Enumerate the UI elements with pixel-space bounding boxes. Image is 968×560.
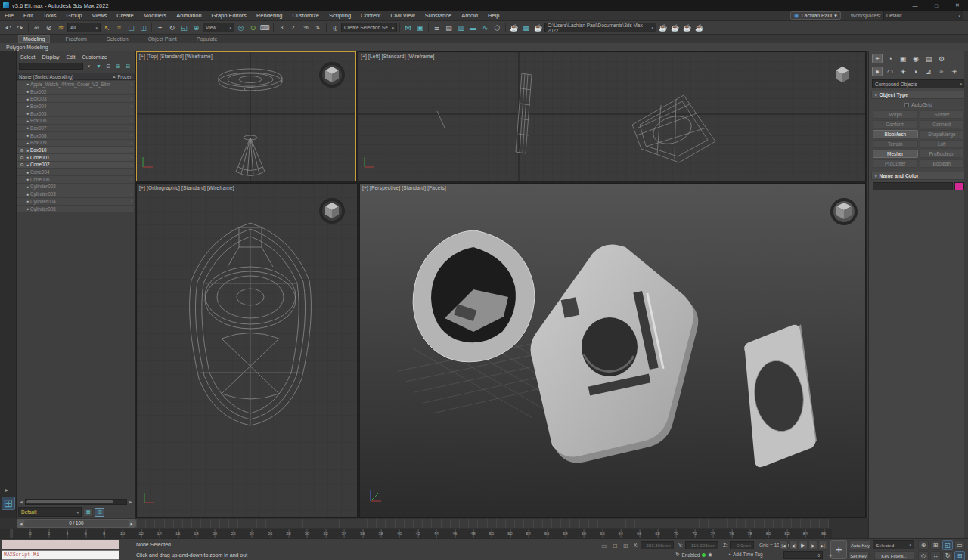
key-mode-toggle-icon[interactable]: ✦ [826,551,835,560]
morph-button[interactable]: Morph [873,110,918,119]
reference-coordinate-dropdown[interactable]: View ▾ [203,23,234,32]
workspace-dropdown[interactable]: Default ▾ [883,11,963,20]
time-slider-handle[interactable]: 0 / 100 [24,520,129,527]
use-pivot-point-icon[interactable]: ◎ [235,22,247,34]
menu-substance[interactable]: Substance [425,12,451,19]
shapes-category-icon[interactable]: ◠ [885,67,895,76]
list-item[interactable]: ●Cylinder002• [17,184,134,190]
viewport-ortho-label[interactable]: [+] [Orthographic] [Standard] [Wireframe… [139,185,234,190]
eye-icon[interactable]: ⊙ [19,162,25,167]
viewport-top[interactable]: [+] [Top] [Standard] [Wireframe] [136,51,356,181]
list-item[interactable]: ●Box008• [17,132,134,139]
viewport-left-label[interactable]: [+] [Left] [Standard] [Wireframe] [361,54,434,59]
frame-back-icon[interactable]: ◀ [17,521,24,526]
list-item[interactable]: ●Cylinder003• [17,190,134,197]
selection-lock-icon[interactable]: ⊡ [610,541,619,550]
list-item[interactable]: ●Box009• [17,140,134,147]
boolean-button[interactable]: Boolean [920,159,965,168]
x-coordinate-field[interactable]: -283.368mm [641,541,674,549]
explorer-column-header[interactable]: Name (Sorted Ascending) ▲ Frozen [17,73,135,80]
geometry-category-icon[interactable]: ● [872,67,883,76]
expand-all-icon[interactable]: ⊞ [114,62,123,70]
unlink-selection-icon[interactable]: ⊘ [43,22,54,34]
select-and-place-icon[interactable]: ⊕ [191,22,202,34]
scrollbar-thumb[interactable] [26,500,113,503]
viewport-top-canvas[interactable] [137,52,355,181]
selection-filter-dropdown[interactable]: All ▾ [67,23,101,32]
procutter-button[interactable]: ProCutter [873,159,918,168]
list-item[interactable]: ●Apple_Watch_44mm_Cover_V2_Slim• [17,81,134,88]
list-item[interactable]: ⊙●Cone002• [17,162,134,169]
orbit-icon[interactable]: ↻ [942,551,953,560]
maximize-button[interactable]: □ [926,0,947,11]
hierarchy-tab-icon[interactable]: ▣ [898,54,908,63]
align-icon[interactable]: ▣ [414,22,426,34]
viewport-ortho-canvas[interactable] [137,184,357,517]
render-in-cloud-icon[interactable]: ☕ [693,22,705,34]
tab-freeform[interactable]: Freeform [60,36,91,42]
blobmesh-button[interactable]: BlobMesh [873,130,918,138]
menu-civil-view[interactable]: Civil View [390,12,414,19]
toggle-ribbon-icon[interactable]: ▬ [467,22,479,34]
systems-category-icon[interactable]: ✳ [949,67,960,76]
schematic-view-icon[interactable]: ⬡ [492,22,503,34]
toggle-layer-explorer-icon[interactable]: ▥ [455,22,467,34]
explorer-layers-icon[interactable]: ≣ [83,508,93,517]
frozen-column-header[interactable]: Frozen [117,74,132,79]
toggle-scene-explorer-icon[interactable]: ▤ [443,22,455,34]
explorer-preset-dropdown[interactable]: Default ▾ [18,507,82,517]
helpers-category-icon[interactable]: ⊿ [923,67,934,76]
project-folder-dropdown[interactable]: C:\Users\Lachlan Paul\Documents\3ds Max … [544,23,656,32]
maximize-viewport-icon[interactable]: ⊞ [954,551,965,560]
select-by-name-icon[interactable]: ≡ [113,22,125,34]
menu-arnold[interactable]: Arnold [461,12,478,19]
maxscript-listener-line[interactable]: MAXScript Mi [2,550,119,560]
percent-snap-icon[interactable]: % [300,22,312,34]
select-and-manipulate-icon[interactable]: ⊙ [247,22,259,34]
add-time-tag[interactable]: ◔ Add Time Tag [728,552,763,557]
list-item[interactable]: ●Cone006• [17,176,134,183]
proboolean-button[interactable]: ProBoolean [920,150,965,158]
explorer-menu-display[interactable]: Display [42,54,59,60]
eye-icon[interactable]: ⊙ [19,147,25,153]
terrain-button[interactable]: Terrain [873,140,918,148]
undo-icon[interactable]: ↶ [2,22,14,34]
zoom-all-icon[interactable]: ⊞ [930,540,941,550]
key-filters-button[interactable]: Key Filters... [874,551,914,560]
connect-button[interactable]: Connect [920,120,965,128]
zoom-region-icon[interactable]: ▭ [954,540,965,550]
explorer-menu-customize[interactable]: Customize [82,54,107,60]
tab-selection[interactable]: Selection [102,36,133,42]
name-color-rollout[interactable]: ▾ Name and Color [871,172,966,180]
render-iterative-icon[interactable]: ☕ [669,22,681,34]
list-item[interactable]: ●Box006• [17,117,134,124]
timeline-ruler[interactable]: 0246810121416182022242628303234363840424… [0,529,832,538]
menu-help[interactable]: Help [488,12,499,19]
viewport-layout-tab-icon[interactable]: ⊞ [2,497,15,510]
maxscript-mini-listener[interactable] [2,540,119,549]
scrollbar-track[interactable] [25,499,127,505]
frame-forward-icon[interactable]: ▶ [129,521,135,526]
lights-category-icon[interactable]: ☀ [898,67,908,76]
list-item[interactable]: ●Box002• [17,88,134,95]
panel-expand-icon[interactable]: ▸ [5,487,8,493]
render-setup-icon[interactable]: ☕ [508,22,520,34]
select-and-move-icon[interactable]: ＋ [154,22,166,34]
tab-object-paint[interactable]: Object Paint [144,36,182,42]
menu-group[interactable]: Group [67,12,82,19]
name-column-header[interactable]: Name (Sorted Ascending) [19,74,73,79]
scroll-right-icon[interactable]: ▶ [128,500,134,504]
scroll-left-icon[interactable]: ◀ [18,500,24,504]
spacewarps-category-icon[interactable]: ≈ [936,67,947,76]
render-activeshade-icon[interactable]: ☕ [681,22,693,34]
menu-customize[interactable]: Customize [292,12,318,19]
select-object-icon[interactable]: ↖ [101,22,113,34]
explorer-menu-select[interactable]: Select [20,54,35,60]
key-selection-dropdown[interactable]: Selected ▾ [873,540,914,549]
collapse-all-icon[interactable]: ⊟ [124,62,132,70]
eye-icon[interactable]: ⊙ [19,155,25,160]
pan-icon[interactable]: ↔ [930,551,941,560]
list-item[interactable]: ●Box004• [17,103,134,110]
previous-frame-button[interactable]: ◀| [789,540,798,550]
mesher-button[interactable]: Mesher [873,150,918,158]
